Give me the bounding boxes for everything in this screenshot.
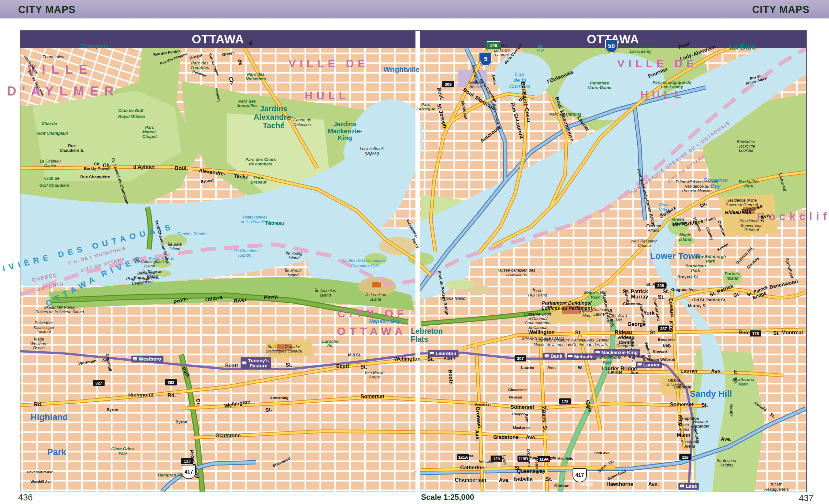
page-header-left: CITY MAPS <box>18 4 75 15</box>
train-icon <box>638 363 642 366</box>
highway-shield-121A: 121A <box>457 454 469 460</box>
station-name: Mackenzie King <box>601 350 638 355</box>
train-icon <box>242 361 246 365</box>
transit-station-badge: Tunney's Pasture <box>241 357 271 369</box>
transit-station-badge: Lees <box>678 483 699 490</box>
highway-shield-327: 327 <box>93 380 105 386</box>
station-name: Lees <box>686 483 697 489</box>
transit-station-badge: Lebreton <box>428 350 459 357</box>
transit-station-badge: Bank <box>543 353 565 360</box>
train-icon <box>545 354 549 358</box>
transit-station-badge: Laurier <box>636 361 662 369</box>
train-icon <box>680 484 684 488</box>
highway-shield-362: 362 <box>165 379 177 386</box>
highway-shield-308: 308 <box>442 81 454 87</box>
page-header-right: CITY MAPS <box>752 4 809 15</box>
page-gutter <box>416 31 420 492</box>
map-canvas <box>21 31 806 492</box>
train-icon <box>596 351 600 354</box>
station-name: Bank <box>550 353 563 359</box>
highway-shield-119A: 119A <box>538 456 550 462</box>
transit-station-badge: Metcalfe <box>567 353 596 360</box>
top-banner: CITY MAPS CITY MAPS <box>0 0 829 18</box>
station-name: Laurier <box>643 362 660 367</box>
left-page-number: 436 <box>18 493 33 503</box>
highway-shield-119B: 119B <box>517 456 529 462</box>
station-name: Tunney's Pasture <box>248 358 269 369</box>
highway-shield-417: 417 <box>182 465 196 479</box>
highway-shield-209: 209 <box>655 282 666 289</box>
transit-station-badge: Mackenzie King <box>594 349 640 356</box>
highway-shield-417: 417 <box>573 468 587 482</box>
highway-shield-5: 5 <box>479 52 492 66</box>
atlas-spread: CITY MAPS CITY MAPS <box>0 0 829 504</box>
left-panel-title: OTTAWA <box>21 31 416 48</box>
highway-shield-118: 118 <box>679 454 691 460</box>
highway-shield-178: 178 <box>750 331 761 337</box>
highway-shield-148: 148 <box>487 41 500 49</box>
station-name: Westboro <box>139 356 161 361</box>
highway-shield-123: 123 <box>181 458 193 464</box>
map-artwork <box>21 31 806 492</box>
right-page-number: 437 <box>799 493 814 503</box>
station-name: Metcalfe <box>574 354 593 359</box>
highway-shield-307: 307 <box>514 355 526 361</box>
train-icon <box>133 357 137 361</box>
train-icon <box>430 352 434 355</box>
highway-shield-178: 178 <box>559 398 571 404</box>
scale-text: Scale 1:25,000 <box>421 493 474 502</box>
highway-shield-120: 120 <box>491 456 502 462</box>
highway-shield-387: 387 <box>658 326 669 332</box>
train-icon <box>568 355 573 358</box>
station-name: Lebreton <box>436 351 456 356</box>
highway-shield-50: 50 <box>605 39 617 53</box>
transit-station-badge: Westboro <box>132 356 164 362</box>
